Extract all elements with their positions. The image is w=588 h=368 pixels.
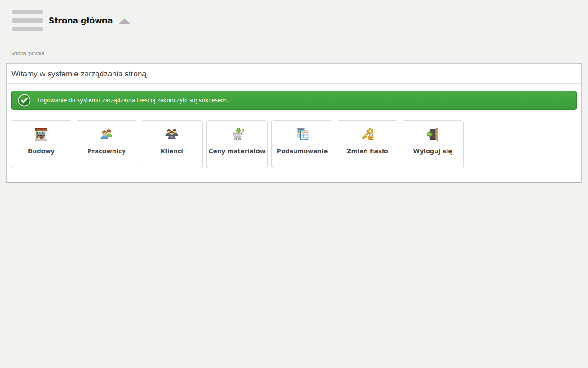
- tile-label: Zmień hasło: [347, 148, 388, 155]
- tile-budowy[interactable]: Budowy: [11, 120, 72, 168]
- hamburger-bar: [12, 27, 43, 31]
- tile-label: Budowy: [28, 148, 55, 155]
- alert-message: Logowanie do systemu zarządzania treścią…: [37, 97, 228, 104]
- tile-label: Ceny materiałów: [209, 148, 265, 155]
- tile-label: Klienci: [160, 148, 183, 155]
- triangle-up-icon[interactable]: [118, 18, 131, 24]
- breadcrumb[interactable]: Strona główna: [11, 51, 45, 56]
- page-title: Strona główna: [49, 16, 113, 25]
- check-icon: [18, 94, 31, 107]
- tile-klienci[interactable]: Klienci: [141, 120, 203, 168]
- tile-ceny-materialow[interactable]: Ceny materiałów: [206, 120, 268, 168]
- tile-label: Pracownicy: [87, 148, 125, 155]
- cart-icon: [230, 127, 244, 142]
- building-icon: [34, 127, 49, 142]
- tile-zmien-haslo[interactable]: Zmień hasło: [337, 120, 398, 168]
- tile-label: Wyloguj się: [413, 148, 452, 155]
- logout-door-icon: [425, 127, 440, 142]
- panel-heading: Witamy w systemie zarządzania stroną: [7, 64, 581, 84]
- tile-pracownicy[interactable]: Pracownicy: [76, 120, 137, 168]
- tile-label: Podsumowanie: [277, 148, 328, 155]
- clients-icon: [164, 127, 179, 142]
- hamburger-bar: [12, 18, 43, 23]
- tiles-row: Budowy Pracownicy: [11, 120, 577, 168]
- summary-table-icon: [295, 127, 310, 142]
- employees-icon: [99, 127, 114, 142]
- tile-wyloguj-sie[interactable]: Wyloguj się: [402, 120, 464, 168]
- app-header: Strona główna: [0, 0, 588, 31]
- content-panel: Witamy w systemie zarządzania stroną Log…: [6, 63, 582, 183]
- tile-podsumowanie[interactable]: Podsumowanie: [271, 120, 333, 168]
- key-lock-icon: [360, 127, 375, 142]
- hamburger-icon[interactable]: [12, 10, 43, 31]
- success-alert: Logowanie do systemu zarządzania treścią…: [11, 91, 577, 110]
- hamburger-bar: [12, 10, 43, 14]
